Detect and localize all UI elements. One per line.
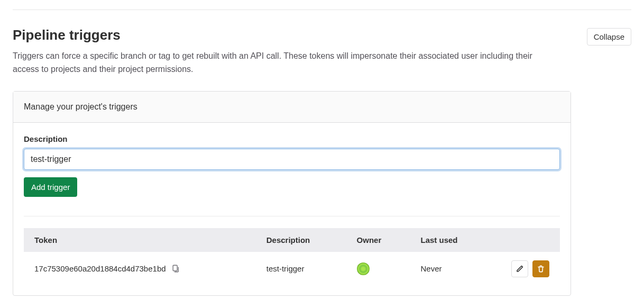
th-description: Description [256,228,346,252]
token-value: 17c75309e60a20d1884cd4d73be1bd [34,264,166,273]
svg-rect-0 [173,265,177,271]
collapse-button[interactable]: Collapse [587,28,631,46]
delete-trigger-button[interactable] [532,260,549,277]
section-title: Pipeline triggers [13,27,552,43]
table-row: 17c75309e60a20d1884cd4d73be1bd test-trig… [24,252,560,286]
th-owner: Owner [346,228,410,252]
edit-trigger-button[interactable] [511,260,528,277]
row-description: test-trigger [256,252,346,286]
owner-avatar[interactable] [357,262,370,275]
triggers-table: Token Description Owner Last used 17c753… [24,228,560,286]
section-subtitle: Triggers can force a specific branch or … [13,50,552,76]
description-input[interactable] [24,149,560,170]
description-label: Description [24,134,560,143]
add-trigger-button[interactable]: Add trigger [24,177,77,197]
th-token: Token [24,228,256,252]
triggers-panel: Manage your project's triggers Descripti… [13,91,571,296]
panel-divider [24,216,560,216]
top-divider [13,10,631,10]
row-last-used: Never [410,252,492,286]
th-last-used: Last used [410,228,492,252]
copy-icon[interactable] [171,265,180,273]
panel-header: Manage your project's triggers [13,92,571,123]
th-actions [491,228,560,252]
